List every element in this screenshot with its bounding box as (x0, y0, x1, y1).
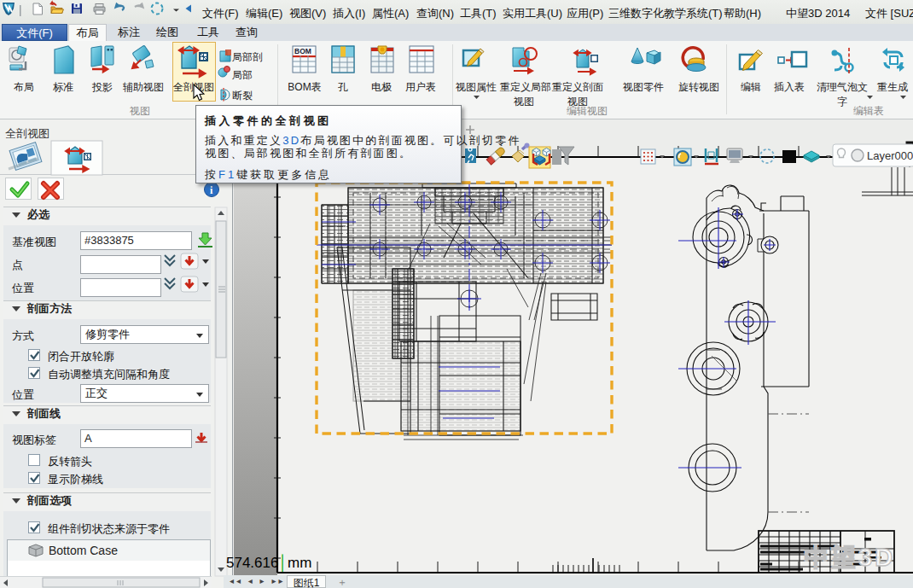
svg-text:BOM: BOM (294, 47, 311, 55)
svg-text:Layer0000: Layer0000 (867, 149, 913, 162)
svg-text:中望3D: 中望3D (804, 544, 895, 571)
